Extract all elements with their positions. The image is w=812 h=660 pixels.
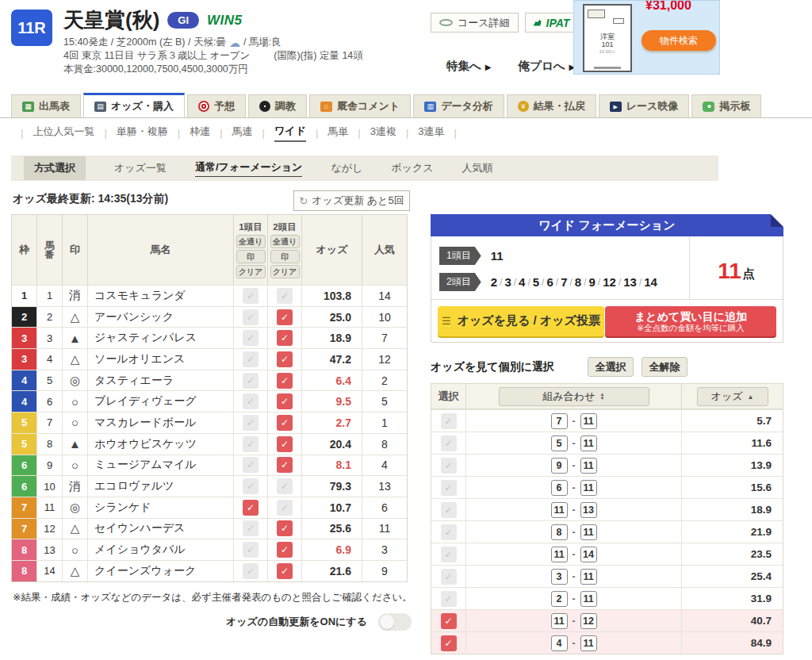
clear-col1-button[interactable]: クリア [236,265,266,278]
first-horse-checkbox[interactable]: ✓ [243,500,259,516]
first-horse-value: 11 [491,249,504,263]
second-horse-checkbox[interactable]: ✓ [277,436,293,452]
combination-checkbox[interactable]: ✓ [441,547,457,562]
cloud-icon: ☁ [229,36,240,49]
dash: - [573,527,576,538]
method-nav-人気順[interactable]: 人気順 [462,161,493,175]
first-horse-checkbox[interactable]: ✓ [243,415,259,431]
first-horse-checkbox[interactable]: ✓ [243,288,259,304]
second-horse-checkbox[interactable]: ✓ [277,520,293,536]
view-odds-vote-button[interactable]: ☰ オッズを見る / オッズ投票 [438,306,604,336]
property-ad-banner[interactable]: 洋室101 10.00㎡ ¥31,000 物件検索 [573,0,720,75]
select-all-col2-button[interactable]: 全通り [270,235,300,248]
method-nav-オッズ一覧[interactable]: オッズ一覧 [114,161,167,175]
second-horse-checkbox[interactable]: ✓ [277,542,293,558]
tab-stable[interactable]: ⌂厩舎コメント [309,94,411,117]
first-horse-checkbox[interactable]: ✓ [243,478,259,494]
method-nav-ボックス[interactable]: ボックス [391,161,433,175]
add-to-betlist-button[interactable]: まとめて買い目に追加 ※全点数の金額を均等に購入 [605,306,776,336]
property-search-button[interactable]: 物件検索 [642,30,716,51]
second-horse-checkbox[interactable]: ✓ [277,309,293,325]
select-all-button[interactable]: 全選択 [588,357,634,377]
arrow-right-icon: ▶ [485,63,492,71]
horse-name: メイショウタバル [88,539,234,560]
sort-by-odds-button[interactable]: オッズ ▲ [697,387,768,406]
second-horse-number: 5 [533,275,539,289]
slash-separator: / [619,277,621,288]
second-horse-checkbox[interactable]: ✓ [277,330,293,346]
waku-cell: 3 [12,349,37,370]
clear-all-button[interactable]: 全解除 [642,357,688,377]
horse-row: 814△クイーンズウォーク✓✓21.69 [12,560,407,581]
marks-col1-button[interactable]: 印 [236,250,266,263]
combination-checkbox[interactable]: ✓ [441,635,457,651]
second-horse-checkbox[interactable]: ✓ [277,373,293,389]
tab-board[interactable]: ●掲示板 [691,94,761,117]
first-horse-checkbox[interactable]: ✓ [243,393,259,409]
first-horse-checkbox[interactable]: ✓ [243,563,259,579]
tab-target[interactable]: 予想 [187,94,246,117]
tab-coins[interactable]: ¥結果・払戻 [507,94,596,117]
special-feature-link[interactable]: 特集へ▶ [446,59,492,74]
combination-checkbox[interactable]: ✓ [441,524,457,540]
course-detail-button[interactable]: コース詳細 [431,13,519,33]
bet-nav-単勝・複勝[interactable]: 単勝・複勝 [117,125,168,141]
tab-video[interactable]: ▶レース映像 [599,94,690,117]
bet-nav-3連単[interactable]: 3連単 [418,125,444,141]
tab-chart[interactable]: ▥データ分析 [413,94,504,117]
combination-checkbox[interactable]: ✓ [441,436,457,451]
first-horse-checkbox[interactable]: ✓ [243,351,259,367]
combination-checkbox[interactable]: ✓ [441,502,457,518]
ipat-logo: IPAT [546,17,570,29]
slash-separator: / [527,277,530,288]
second-horse-checkbox[interactable]: ✓ [277,478,293,494]
tab-stopwatch[interactable]: 調教 [248,94,307,117]
bet-nav-枠連[interactable]: 枠連 [190,125,210,141]
tab-odds-purchase[interactable]: ▤オッズ・購入 [83,93,185,117]
first-horse-checkbox[interactable]: ✓ [243,330,259,346]
method-nav-通常/フォーメーション[interactable]: 通常/フォーメーション [195,160,302,177]
select-all-col1-button[interactable]: 全通り [236,235,266,248]
method-nav-ながし[interactable]: ながし [331,161,362,175]
first-horse-checkbox[interactable]: ✓ [243,542,259,558]
combination-checkbox[interactable]: ✓ [441,613,457,629]
second-horse-checkbox[interactable]: ✓ [277,393,293,409]
tab-racecard[interactable]: ▦出馬表 [11,94,81,117]
bet-nav-3連複[interactable]: 3連複 [370,125,396,141]
odds-refresh-button[interactable]: ↻ オッズ更新 あと5回 [293,190,410,211]
method-nav-方式選択[interactable]: 方式選択 [24,156,86,180]
second-horse-checkbox[interactable]: ✓ [277,500,293,516]
first-horse-checkbox[interactable]: ✓ [243,457,259,473]
bet-nav-馬単[interactable]: 馬単 [327,125,348,141]
sort-by-combination-button[interactable]: 組み合わせ ▲▼ [499,387,649,406]
first-horse-checkbox[interactable]: ✓ [243,520,259,536]
clear-col2-button[interactable]: クリア [270,265,300,278]
bet-nav-上位人気一覧[interactable]: 上位人気一覧 [33,125,94,141]
combination-checkbox[interactable]: ✓ [441,458,457,474]
horse-name: セイウンハーデス [88,519,234,539]
combination-checkbox[interactable]: ✓ [441,480,457,496]
dash: - [573,438,576,449]
second-horse-checkbox[interactable]: ✓ [277,288,293,304]
combination-checkbox[interactable]: ✓ [441,591,457,607]
second-horse-checkbox[interactable]: ✓ [277,563,293,579]
bet-nav-ワイド[interactable]: ワイド [274,124,306,142]
bet-nav-馬連[interactable]: 馬連 [232,125,253,141]
combination-checkbox[interactable]: ✓ [441,569,457,585]
odds-value: 6.9 [302,539,362,560]
auto-update-toggle[interactable] [378,613,412,631]
first-horse-checkbox[interactable]: ✓ [243,309,259,325]
second-horse-checkbox[interactable]: ✓ [277,351,293,367]
second-horse-checkbox[interactable]: ✓ [277,415,293,431]
second-horse-checkbox[interactable]: ✓ [277,457,293,473]
combination-checkbox[interactable]: ✓ [441,413,457,429]
first-horse-checkbox[interactable]: ✓ [243,436,259,452]
race-number-badge: 11R [11,10,52,46]
marks-col2-button[interactable]: 印 [270,250,300,263]
orepro-link[interactable]: 俺プロへ▶ [519,59,576,74]
horse-row: 813○メイショウタバル✓✓6.93 [12,539,407,560]
combination-odds: 84.9 [682,632,783,654]
slash-separator: / [556,277,558,288]
first-horse-checkbox[interactable]: ✓ [243,373,259,389]
waku-cell: 8 [12,561,37,581]
